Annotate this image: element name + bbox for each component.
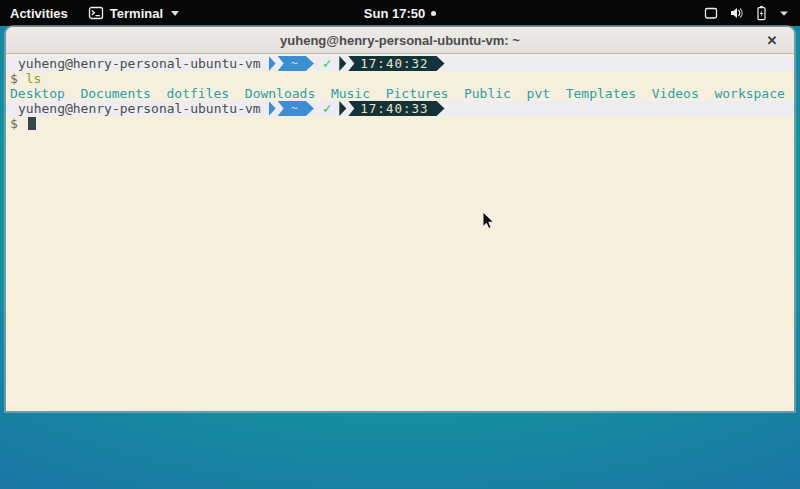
window-title: yuheng@henry-personal-ubuntu-vm: ~ <box>280 33 520 48</box>
prompt-user: yuheng@henry-personal-ubuntu-vm <box>18 56 261 71</box>
powerline-arrow-icon <box>269 101 276 116</box>
volume-icon <box>728 5 744 21</box>
activities-button[interactable]: Activities <box>0 0 80 26</box>
prompt-symbol: $ <box>10 71 18 86</box>
powerline-arrow-icon <box>339 101 346 116</box>
titlebar[interactable]: yuheng@henry-personal-ubuntu-vm: ~ ✕ <box>6 27 794 54</box>
top-bar-left: Activities Terminal <box>0 0 187 26</box>
prompt-time-segment: 17:40:32 <box>348 56 444 71</box>
prompt-symbol: $ <box>10 116 18 131</box>
prompt-user: yuheng@henry-personal-ubuntu-vm <box>18 101 261 116</box>
powerline-arrow-icon <box>269 56 276 71</box>
terminal-icon <box>88 5 104 21</box>
top-bar: Activities Terminal Sun 17:50 <box>0 0 800 26</box>
command-line: $ ls <box>6 71 794 86</box>
command-line-current[interactable]: $ <box>6 116 794 131</box>
notification-dot-icon <box>431 11 436 16</box>
powerline-arrow-icon <box>339 56 346 71</box>
chevron-down-icon <box>171 11 179 16</box>
prompt-cwd-segment: ~ <box>278 101 314 116</box>
ls-output: Desktop Documents dotfiles Downloads Mus… <box>6 86 794 101</box>
terminal-body[interactable]: yuheng@henry-personal-ubuntu-vm ~ ✓ 17:4… <box>6 54 794 412</box>
terminal-cursor <box>28 117 36 130</box>
system-tray[interactable] <box>703 0 800 26</box>
screen-icon <box>703 5 719 21</box>
app-menu-label: Terminal <box>110 6 163 21</box>
status-check-icon: ✓ <box>323 101 331 116</box>
typed-command: ls <box>26 71 42 86</box>
prompt-time-segment: 17:40:33 <box>348 101 444 116</box>
mouse-pointer-icon <box>482 211 496 235</box>
battery-charging-icon <box>753 5 769 21</box>
prompt-line: yuheng@henry-personal-ubuntu-vm ~ ✓ 17:4… <box>6 101 794 116</box>
prompt-cwd-segment: ~ <box>278 56 314 71</box>
clock-label: Sun 17:50 <box>364 6 425 21</box>
status-check-icon: ✓ <box>323 56 331 71</box>
chevron-down-icon[interactable] <box>778 7 790 19</box>
prompt-line: yuheng@henry-personal-ubuntu-vm ~ ✓ 17:4… <box>6 56 794 71</box>
terminal-window: yuheng@henry-personal-ubuntu-vm: ~ ✕ yuh… <box>5 26 795 412</box>
app-menu[interactable]: Terminal <box>80 0 187 26</box>
close-button[interactable]: ✕ <box>760 27 784 54</box>
